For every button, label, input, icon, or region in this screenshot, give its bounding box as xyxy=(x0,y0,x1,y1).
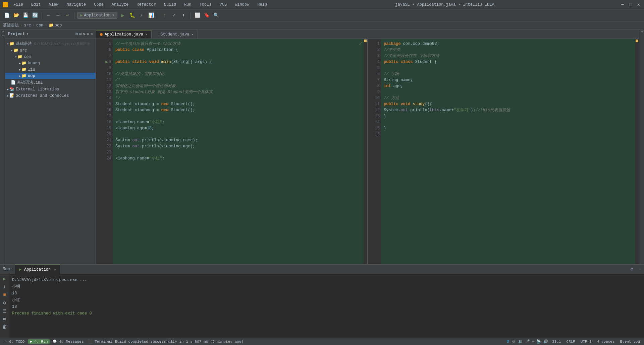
sln-3: 3 xyxy=(369,53,380,59)
status-messages-btn[interactable]: 💬 0: Messages xyxy=(51,339,85,344)
student-java-editor[interactable]: 1 2 3 4 5 6 7 8 9 10 11 12 13 14 15 16 xyxy=(367,39,639,264)
run-stop-process-button[interactable]: ■ xyxy=(1,291,8,298)
tab-run-application[interactable]: ▶ Application ✕ xyxy=(15,265,60,274)
tab-close-student[interactable]: ✕ xyxy=(192,32,194,37)
output-line-4: 小红 xyxy=(12,297,641,303)
breadcrumb-item-2[interactable]: src xyxy=(24,23,31,28)
breadcrumb-item-3[interactable]: com xyxy=(36,23,44,28)
profile-button[interactable]: 📊 xyxy=(147,11,155,19)
status-input-label: 英 xyxy=(512,339,516,344)
vcs-commit-button[interactable]: ✓ xyxy=(170,11,178,19)
status-terminal-btn[interactable]: ⬛ Terminal xyxy=(87,339,114,344)
terminal-button[interactable]: ⬜ xyxy=(193,11,201,19)
vcs-push-button[interactable]: ⬆ xyxy=(179,11,187,19)
vcs-update-button[interactable]: ↑ xyxy=(161,11,169,19)
status-event-log[interactable]: Event Log xyxy=(619,340,641,344)
app-line-20 xyxy=(115,131,364,137)
run-tab-label-text: Application xyxy=(24,267,51,272)
tree-item-oop[interactable]: ▶ 📁 oop xyxy=(5,73,96,79)
sync-button[interactable]: 🔄 xyxy=(31,11,39,19)
ln-18: 18 xyxy=(97,119,111,125)
status-position[interactable]: 33:1 xyxy=(551,340,562,344)
menu-build[interactable]: Build xyxy=(161,2,179,8)
tree-item-scratches[interactable]: ▶ 📝 Scratches and Consoles xyxy=(5,92,96,99)
breadcrumb-item-4[interactable]: 📁oop xyxy=(49,23,62,28)
menu-help[interactable]: Help xyxy=(255,2,270,8)
project-settings-icon[interactable]: ⚙ xyxy=(75,31,78,37)
sln-7: 7 xyxy=(369,77,380,83)
structure-tool-btn[interactable]: 2 xyxy=(0,34,5,37)
run-stop-button[interactable]: ↓ xyxy=(1,283,8,290)
menu-run[interactable]: Run xyxy=(181,2,194,8)
project-sort-icon[interactable]: ⇅ xyxy=(83,31,85,37)
run-close-button[interactable]: − xyxy=(636,265,644,273)
project-expand-icon[interactable]: ⊞ xyxy=(79,31,82,37)
tab-student-java[interactable]: Student.java ✕ xyxy=(152,30,198,39)
new-file-button[interactable]: 📄 xyxy=(3,11,11,19)
project-tool-btn[interactable]: 1 xyxy=(0,30,5,33)
run-settings-button[interactable]: ⚙ xyxy=(628,265,636,273)
sln-13: 13 xyxy=(369,113,380,119)
project-close-icon[interactable]: ✕ xyxy=(91,31,93,37)
tree-item-com[interactable]: ▾ 📁 com xyxy=(5,54,96,60)
back-button[interactable]: ← xyxy=(45,11,53,19)
project-dropdown-arrow[interactable]: ▾ xyxy=(26,31,29,37)
menu-navigate[interactable]: Navigate xyxy=(64,2,89,8)
student-code-content[interactable]: package com.oop.demo02; //学生类 //类里面只会存在 … xyxy=(381,39,639,264)
status-charset[interactable]: UTF-8 xyxy=(579,340,593,344)
tab-application-java[interactable]: Application.java ✕ xyxy=(96,30,152,39)
minimize-button[interactable]: ─ xyxy=(620,2,625,7)
open-button[interactable]: 📂 xyxy=(12,11,20,19)
menu-code[interactable]: Code xyxy=(91,2,106,8)
status-crlf[interactable]: CRLF xyxy=(565,340,576,344)
menu-window[interactable]: Window xyxy=(232,2,252,8)
bottom-tabs: Run: ▶ Application ✕ ⚙ − xyxy=(0,265,644,274)
menu-refactor[interactable]: Refactor xyxy=(134,2,159,8)
tab-close-application[interactable]: ✕ xyxy=(145,32,147,37)
menu-vcs[interactable]: VCS xyxy=(217,2,230,8)
run-config-selector[interactable]: ▶ Application ▾ xyxy=(77,12,117,19)
right-btn-1[interactable]: F xyxy=(639,30,644,33)
left-tool-buttons: 1 2 xyxy=(0,29,5,264)
run-rerun-button[interactable]: ▶ xyxy=(1,275,8,282)
student-line-8: int age; xyxy=(384,83,636,89)
run-trash-button[interactable]: 🗑 xyxy=(1,324,8,330)
tree-item-src[interactable]: ▾ 📁 src xyxy=(5,47,96,54)
run-list-button[interactable]: ☰ xyxy=(1,307,8,314)
breadcrumb-item-1[interactable]: 基础语法 xyxy=(3,22,19,28)
coverage-button[interactable]: ⚡ xyxy=(138,11,146,19)
run-tab-close[interactable]: ✕ xyxy=(54,268,56,272)
tree-item-ext-libs[interactable]: ▶ 📚 External Libraries xyxy=(5,86,96,92)
tree-item-root[interactable]: ▾ 📁 基础语法 D:\IDEA\IdeaProjects\基础语法 xyxy=(5,40,96,47)
menu-analyze[interactable]: Analyze xyxy=(109,2,131,8)
status-indent[interactable]: 4 spaces xyxy=(596,340,616,344)
revert-button[interactable]: ↩ xyxy=(63,11,71,19)
menu-view[interactable]: View xyxy=(46,2,61,8)
run-layout-button[interactable]: ⊞ xyxy=(1,316,8,322)
toolbar-sep-3 xyxy=(158,12,158,19)
project-gear-icon[interactable]: ⚙ xyxy=(87,31,89,37)
status-run-btn[interactable]: ▶ 4: Run xyxy=(28,339,50,344)
run-button[interactable]: ▶ xyxy=(119,11,127,19)
maximize-button[interactable]: □ xyxy=(628,2,633,7)
tree-item-kuang[interactable]: ▶ 📁 kuang xyxy=(5,60,96,66)
app-line-8: public static void main(String[] args) { xyxy=(115,59,364,65)
app-code-content[interactable]: //一个项目应该只有一个 main方法 public class Applica… xyxy=(113,39,367,264)
ln-12: 12 xyxy=(97,83,111,89)
run-settings2-button[interactable]: ⚙ xyxy=(1,299,8,306)
status-todo-btn[interactable]: ⚐ 6: TODO xyxy=(3,339,26,344)
search-everywhere-button[interactable]: 🔍 xyxy=(212,11,220,19)
sln-12: 12 xyxy=(369,107,380,113)
tree-item-liu[interactable]: ▶ 📁 liu xyxy=(5,66,96,73)
forward-button[interactable]: → xyxy=(54,11,62,19)
menu-tools[interactable]: Tools xyxy=(197,2,214,8)
student-line-14 xyxy=(384,119,636,125)
close-button[interactable]: ✕ xyxy=(636,2,641,7)
menu-edit[interactable]: Edit xyxy=(29,2,44,8)
debug-button[interactable]: 🐛 xyxy=(128,11,136,19)
save-button[interactable]: 💾 xyxy=(21,11,30,19)
application-java-editor[interactable]: ✓ 5 6 7 ▶8 9 10 11 12 13 14 15 16 xyxy=(96,39,367,264)
bookmark-button[interactable]: 🔖 xyxy=(203,11,211,19)
menu-file[interactable]: File xyxy=(11,2,26,8)
tree-item-iml[interactable]: 📄 基础语法.iml xyxy=(5,79,96,86)
